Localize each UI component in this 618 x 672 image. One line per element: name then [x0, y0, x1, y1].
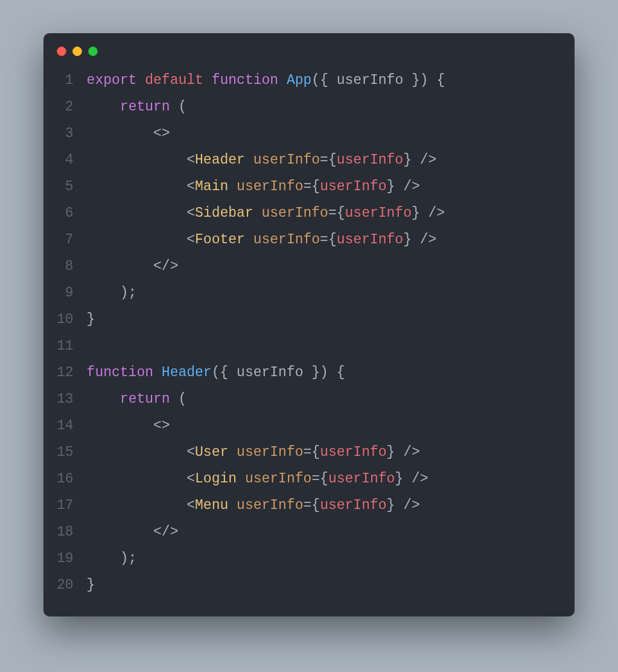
token-punc: = [328, 205, 337, 221]
line-number: 18 [57, 519, 74, 545]
token-punc: { [311, 498, 320, 513]
token-kw: return [120, 391, 170, 407]
token-punc [228, 179, 237, 194]
token-punc: < [87, 471, 195, 487]
code-line: </> [87, 519, 561, 545]
token-punc: { [320, 471, 328, 487]
token-punc: { [311, 179, 320, 194]
token-punc: } [387, 444, 395, 460]
token-punc: <> [87, 126, 170, 141]
token-punc [278, 72, 287, 88]
token-attr: userInfo [237, 444, 303, 460]
token-punc [153, 365, 162, 380]
token-punc: } [387, 498, 395, 513]
line-number: 5 [57, 173, 74, 200]
token-punc: } [403, 152, 412, 168]
token-attr: userInfo [261, 205, 328, 221]
token-punc: }) { [304, 365, 345, 380]
token-punc: = [311, 471, 320, 487]
token-expr: userInfo [320, 444, 386, 460]
token-punc: /> [412, 232, 436, 248]
line-number: 12 [57, 359, 74, 386]
token-punc: < [87, 444, 195, 460]
token-cmp: Main [195, 179, 228, 194]
token-punc: } [395, 471, 403, 487]
line-number: 14 [57, 412, 74, 439]
code-editor[interactable]: 1234567891011121314151617181920 export d… [43, 67, 575, 598]
code-line: <> [87, 120, 561, 147]
token-punc: </> [87, 258, 179, 274]
code-line: return ( [87, 94, 561, 120]
line-number-gutter: 1234567891011121314151617181920 [57, 67, 87, 598]
code-line: </> [87, 253, 561, 280]
code-line: return ( [87, 386, 561, 412]
code-line: <Sidebar userInfo={userInfo} /> [87, 200, 561, 226]
code-line: <Login userInfo={userInfo} /> [87, 466, 561, 492]
token-punc [237, 471, 245, 487]
token-punc [136, 72, 145, 88]
zoom-icon[interactable] [88, 46, 98, 56]
line-number: 10 [57, 306, 74, 333]
code-line [87, 333, 561, 359]
token-punc [245, 152, 253, 168]
token-punc [253, 205, 262, 221]
token-attr: userInfo [253, 232, 320, 248]
token-punc [245, 232, 253, 248]
token-punc: /> [395, 179, 419, 194]
code-window: 1234567891011121314151617181920 export d… [43, 33, 575, 616]
line-number: 4 [57, 147, 74, 173]
token-punc: ); [87, 551, 137, 566]
token-expr: userInfo [345, 205, 412, 221]
token-punc: </> [87, 524, 179, 540]
token-punc: } [387, 179, 395, 194]
minimize-icon[interactable] [72, 46, 82, 56]
line-number: 20 [57, 572, 74, 598]
line-number: 3 [57, 120, 74, 147]
token-punc: }) { [403, 72, 445, 88]
token-attr: userInfo [237, 179, 303, 194]
token-punc: < [87, 205, 195, 221]
token-punc [87, 99, 120, 115]
code-line: <Header userInfo={userInfo} /> [87, 147, 561, 173]
token-punc: } [412, 205, 420, 221]
token-punc: /> [412, 152, 436, 168]
token-punc: ( [170, 391, 187, 407]
token-punc: /> [420, 205, 445, 221]
token-punc: < [87, 498, 195, 513]
token-expr: userInfo [337, 152, 403, 168]
line-number: 16 [57, 466, 74, 492]
line-number: 8 [57, 253, 74, 280]
line-number: 1 [57, 67, 74, 94]
token-punc: ); [87, 285, 137, 301]
token-punc: < [87, 232, 195, 248]
token-punc: <> [87, 418, 170, 434]
close-icon[interactable] [57, 46, 66, 56]
token-punc [228, 444, 237, 460]
token-ty: default [145, 72, 203, 88]
code-line: ); [87, 280, 561, 306]
token-punc: } [87, 577, 95, 593]
code-line: ); [87, 545, 561, 572]
token-cmp: Menu [195, 498, 228, 513]
line-number: 9 [57, 280, 74, 306]
line-number: 15 [57, 439, 74, 466]
line-number: 6 [57, 200, 74, 226]
token-punc: = [320, 152, 328, 168]
token-expr: userInfo [337, 232, 403, 248]
token-punc: /> [403, 471, 428, 487]
token-attr: userInfo [237, 498, 303, 513]
token-kw: export [87, 72, 137, 88]
window-titlebar [43, 46, 575, 67]
token-punc: } [403, 232, 412, 248]
code-line: <Footer userInfo={userInfo} /> [87, 226, 561, 253]
code-line: function Header({ userInfo }) { [87, 359, 561, 386]
token-expr: userInfo [328, 471, 395, 487]
token-expr: userInfo [320, 179, 386, 194]
token-cmp: Header [195, 152, 245, 168]
token-fn: Header [162, 365, 212, 380]
token-kw: function [212, 72, 278, 88]
token-punc: { [337, 205, 345, 221]
line-number: 7 [57, 226, 74, 253]
line-number: 11 [57, 333, 74, 359]
line-number: 19 [57, 545, 74, 572]
